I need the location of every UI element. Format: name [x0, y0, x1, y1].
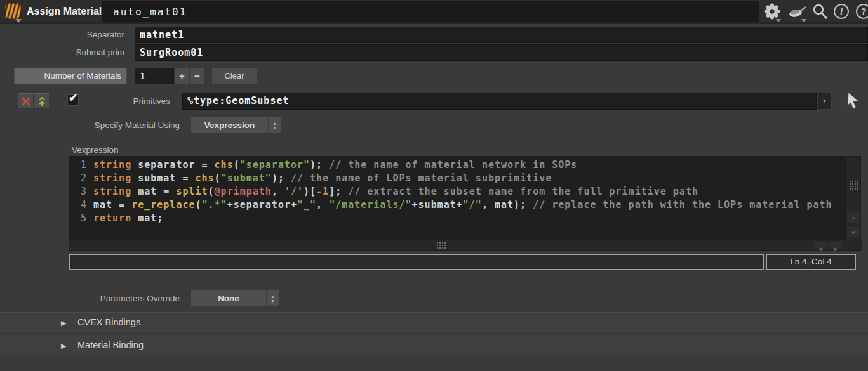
delete-instance-button[interactable] — [18, 93, 34, 109]
scrollbar-grip-icon[interactable] — [849, 180, 858, 190]
parameters-override-dropdown[interactable]: None ▲ ▼ — [190, 290, 279, 307]
num-materials-label: Number of Materials — [14, 68, 127, 84]
gear-menu-triangle-icon — [776, 19, 781, 22]
node-type-title: Assign Material — [27, 0, 102, 23]
spinner-down-icon: ▼ — [270, 299, 275, 303]
dropdown-spinner: ▲ ▼ — [266, 290, 279, 306]
scroll-down-icon: ▼ — [851, 230, 856, 236]
primitives-label: Primitives — [63, 93, 170, 110]
header-bar: Assign Material auto_mat01 — [0, 0, 868, 24]
delete-x-icon — [22, 98, 30, 105]
separator-input[interactable]: matnet1 — [135, 27, 868, 43]
vexpression-editor[interactable]: 1string separator = chs("separator"); //… — [69, 156, 861, 251]
help-icon[interactable]: ? — [856, 4, 868, 22]
primitives-input[interactable]: %type:GeomSubset — [182, 93, 817, 110]
num-materials-input[interactable]: 1 — [135, 68, 174, 84]
vertical-scrollbar[interactable]: ▲ ▼ — [845, 157, 860, 241]
add-material-button[interactable]: + — [175, 68, 189, 84]
reselect-primitives-button[interactable] — [845, 92, 862, 114]
material-binding-label: Material Binding — [77, 335, 144, 355]
scroll-left-icon: ◀ — [818, 246, 822, 252]
editor-status-input[interactable] — [69, 254, 764, 270]
insert-before-icon — [37, 96, 47, 107]
scrollbar-grip-icon[interactable] — [436, 242, 446, 249]
scroll-up-icon: ▲ — [851, 215, 856, 221]
specify-material-using-dropdown[interactable]: Vexpression ▲ ▼ — [190, 117, 281, 134]
scroll-left-button[interactable]: ◀ — [813, 241, 827, 249]
collapse-arrow-icon: ▶ — [61, 319, 66, 327]
primitives-menu-button[interactable]: ▼ — [817, 93, 832, 110]
info-icon[interactable]: i — [834, 4, 851, 22]
specify-material-using-label: Specify Material Using — [38, 117, 180, 134]
cursor-arrow-icon — [845, 92, 862, 111]
search-icon[interactable] — [811, 3, 829, 20]
cvex-bindings-label: CVEX Bindings — [77, 313, 140, 332]
scroll-right-button[interactable]: ▶ — [829, 241, 843, 249]
vex-code-lines[interactable]: 1string separator = chs("separator"); //… — [69, 157, 846, 241]
gear-menu-icon[interactable] — [763, 3, 781, 20]
vexpression-label: Vexpression — [72, 145, 199, 155]
remove-material-button[interactable]: − — [190, 68, 204, 84]
parameters-override-label: Parameters Override — [38, 290, 180, 307]
node-name-input[interactable]: auto_mat01 — [102, 1, 759, 22]
clear-button[interactable]: Clear — [211, 68, 257, 84]
brush-menu-triangle-icon — [801, 19, 806, 22]
cursor-position-indicator: Ln 4, Col 4 — [766, 254, 856, 270]
dropdown-spinner: ▲ ▼ — [268, 117, 281, 133]
dropdown-arrow-icon: ▼ — [822, 98, 827, 104]
scroll-right-icon: ▶ — [834, 246, 838, 252]
spinner-up-icon: ▲ — [272, 121, 277, 126]
material-binding-section-header[interactable]: ▶ Material Binding — [0, 335, 868, 355]
insert-instance-button[interactable] — [34, 93, 50, 109]
specify-material-using-value: Vexpression — [191, 117, 268, 133]
brush-icon[interactable] — [787, 3, 805, 20]
collapse-arrow-icon: ▶ — [61, 342, 66, 350]
horizontal-scrollbar[interactable]: ◀ ▶ — [69, 240, 862, 250]
submat-prim-input[interactable]: SurgRoom01 — [135, 44, 868, 61]
parameters-override-value: None — [191, 290, 266, 306]
scroll-up-button[interactable]: ▲ — [846, 210, 860, 224]
cvex-bindings-section-header[interactable]: ▶ CVEX Bindings — [0, 312, 868, 332]
scroll-down-button[interactable]: ▼ — [846, 225, 860, 239]
assign-material-parameter-pane: Assign Material auto_mat01 — [0, 0, 868, 371]
node-type-icon[interactable] — [5, 3, 21, 19]
separator-label: Separator — [0, 27, 124, 43]
spinner-up-icon: ▲ — [270, 294, 275, 299]
spinner-down-icon: ▼ — [272, 126, 277, 130]
submat-prim-label: Submat prim — [0, 44, 124, 61]
node-menu-triangle-icon — [15, 19, 22, 23]
